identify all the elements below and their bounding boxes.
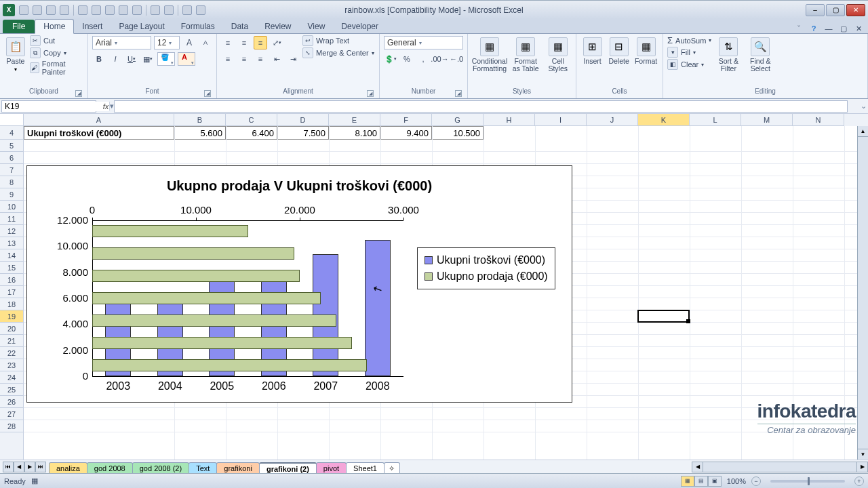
column-header[interactable]: K xyxy=(638,114,690,126)
row-header[interactable]: 13 xyxy=(0,237,24,249)
qat-undo-icon[interactable] xyxy=(46,5,56,15)
zoom-slider[interactable] xyxy=(770,480,845,483)
row-header[interactable]: 10 xyxy=(0,201,24,213)
qat-open-icon[interactable] xyxy=(33,5,42,15)
sheet-tab-pivot[interactable]: pivot xyxy=(316,462,347,474)
zoom-level[interactable]: 100% xyxy=(727,477,746,485)
insert-cells-button[interactable]: ⊞Insert xyxy=(580,35,604,65)
row-header[interactable]: 12 xyxy=(0,225,24,237)
row-header[interactable]: 21 xyxy=(0,335,24,347)
ribbon-tab-data[interactable]: Data xyxy=(223,20,256,33)
fill-button[interactable]: ▾Fill▾ xyxy=(667,47,711,58)
active-cell[interactable] xyxy=(637,310,690,323)
align-bottom-button[interactable]: ≡ xyxy=(254,36,267,49)
sheet-tab-grafikoni[interactable]: grafikoni xyxy=(216,462,260,474)
tab-nav-prev-button[interactable]: ◀ xyxy=(14,462,24,472)
row-header[interactable]: 19 xyxy=(0,310,24,323)
row-header[interactable]: 24 xyxy=(0,371,24,384)
format-cells-button[interactable]: ▦Format xyxy=(633,35,658,65)
fx-icon[interactable]: fx xyxy=(98,102,114,110)
align-center-button[interactable]: ≡ xyxy=(237,52,251,66)
column-header[interactable]: L xyxy=(690,114,741,126)
qat-sort-desc-icon[interactable] xyxy=(132,5,142,15)
clear-button[interactable]: ◧Clear▾ xyxy=(667,59,711,70)
row-header[interactable]: 5 xyxy=(0,140,24,152)
sort-filter-button[interactable]: ⇅Sort & Filter xyxy=(714,35,743,73)
column-header[interactable]: C xyxy=(226,114,277,126)
column-header[interactable]: E xyxy=(329,114,380,126)
zoom-in-button[interactable]: + xyxy=(854,476,864,486)
sheet-tab-analiza[interactable]: analiza xyxy=(49,462,87,474)
delete-cells-button[interactable]: ⊟Delete xyxy=(607,35,631,65)
view-page-layout-button[interactable]: ▤ xyxy=(694,476,708,487)
cell[interactable]: Ukupni troškovi (€000) xyxy=(24,126,174,140)
row-header[interactable]: 28 xyxy=(0,420,24,432)
row-header[interactable]: 17 xyxy=(0,286,24,298)
alignment-dialog-launcher[interactable]: ◢ xyxy=(367,90,374,97)
ribbon-tab-insert[interactable]: Insert xyxy=(74,20,111,33)
font-color-button[interactable]: A xyxy=(178,52,195,66)
align-top-button[interactable]: ≡ xyxy=(221,36,235,49)
increase-decimal-button[interactable]: .00→ xyxy=(433,52,447,66)
font-name-combo[interactable]: Arial▾ xyxy=(92,36,151,49)
row-header[interactable]: 14 xyxy=(0,249,24,262)
cell[interactable]: 10.500 xyxy=(432,126,484,140)
ribbon-minimize-icon[interactable]: ˇ xyxy=(793,24,804,33)
cell-styles-button[interactable]: ▦Cell Styles xyxy=(544,35,572,73)
ribbon-tab-page-layout[interactable]: Page Layout xyxy=(111,20,172,33)
qat-sort-asc-icon[interactable] xyxy=(119,5,128,15)
row-header[interactable]: 25 xyxy=(0,384,24,396)
row-header[interactable]: 23 xyxy=(0,359,24,371)
horizontal-scrollbar[interactable]: ◀▶ xyxy=(692,462,868,472)
fill-color-button[interactable]: 🪣 xyxy=(157,52,175,66)
select-all-corner[interactable] xyxy=(0,114,24,126)
ribbon-tab-formulas[interactable]: Formulas xyxy=(173,20,223,33)
row-header[interactable]: 26 xyxy=(0,396,24,408)
workbook-restore-icon[interactable]: ▢ xyxy=(838,24,849,33)
conditional-formatting-button[interactable]: ▦Conditional Formatting xyxy=(472,35,507,73)
tab-nav-next-button[interactable]: ▶ xyxy=(24,462,35,472)
qat-custom-7-icon[interactable] xyxy=(196,5,205,15)
ribbon-tab-developer[interactable]: Developer xyxy=(333,20,387,33)
row-header[interactable]: 15 xyxy=(0,262,24,274)
new-sheet-button[interactable]: ✧ xyxy=(384,462,400,474)
decrease-font-button[interactable]: A xyxy=(199,36,212,49)
column-header[interactable]: G xyxy=(432,114,484,126)
find-select-button[interactable]: 🔍Find & Select xyxy=(745,35,775,73)
qat-redo-icon[interactable] xyxy=(60,5,69,15)
window-close-button[interactable]: ✕ xyxy=(846,4,865,16)
formula-bar-expand-icon[interactable]: ⌄ xyxy=(859,102,868,110)
cell[interactable]: 6.400 xyxy=(226,126,277,140)
vertical-scrollbar[interactable]: ▲ ▼ xyxy=(857,126,868,460)
sheet-tab-god-2008[interactable]: god 2008 xyxy=(87,462,133,474)
sheet-tab-grafikoni-2-[interactable]: grafikoni (2) xyxy=(259,462,317,474)
row-header[interactable]: 16 xyxy=(0,274,24,286)
name-box-input[interactable] xyxy=(2,102,109,111)
copy-button[interactable]: ⧉Copy▾ xyxy=(30,47,83,58)
column-header[interactable]: A xyxy=(24,114,174,126)
cut-button[interactable]: ✂Cut xyxy=(30,35,83,46)
formula-input[interactable] xyxy=(114,100,848,113)
clipboard-dialog-launcher[interactable]: ◢ xyxy=(75,90,82,97)
window-maximize-button[interactable]: ▢ xyxy=(826,4,845,16)
font-dialog-launcher[interactable]: ◢ xyxy=(204,90,211,97)
embedded-chart[interactable]: Ukupno prodaja V Ukupni troškovi (€000) … xyxy=(26,165,572,403)
scroll-left-icon[interactable]: ◀ xyxy=(692,462,703,472)
file-tab[interactable]: File xyxy=(3,20,35,33)
underline-button[interactable]: U▾ xyxy=(125,52,138,66)
ribbon-tab-review[interactable]: Review xyxy=(256,20,299,33)
qat-custom-1-icon[interactable] xyxy=(78,5,87,15)
decrease-indent-button[interactable]: ⇤ xyxy=(270,52,283,66)
borders-button[interactable]: ▦▾ xyxy=(141,52,155,66)
row-header[interactable]: 18 xyxy=(0,298,24,310)
paste-button[interactable]: 📋 Paste ▾ xyxy=(4,35,27,73)
scroll-down-icon[interactable]: ▼ xyxy=(858,449,868,460)
row-header[interactable]: 20 xyxy=(0,323,24,335)
orientation-button[interactable]: ⤢▾ xyxy=(270,36,283,49)
ribbon-tab-home[interactable]: Home xyxy=(35,19,74,34)
row-header[interactable]: 6 xyxy=(0,152,24,164)
scroll-up-icon[interactable]: ▲ xyxy=(858,126,868,137)
increase-indent-button[interactable]: ⇥ xyxy=(286,52,300,66)
column-header[interactable]: J xyxy=(587,114,638,126)
view-page-break-button[interactable]: ▣ xyxy=(708,476,722,487)
